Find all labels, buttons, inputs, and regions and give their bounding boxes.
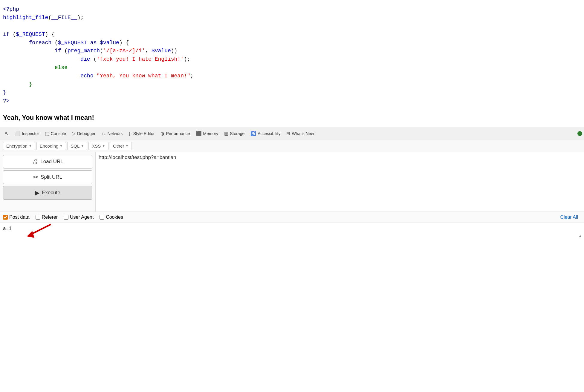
- other-dropdown[interactable]: Other ▼: [110, 142, 132, 150]
- devtools-performance-btn[interactable]: ◑ Performance: [158, 127, 193, 140]
- devtools-console-btn[interactable]: ⬚ Console: [42, 127, 69, 140]
- devtools-debugger-btn[interactable]: ▷ Debugger: [69, 127, 99, 140]
- load-url-button[interactable]: 🖨 Load URL: [3, 155, 92, 169]
- post-data-checkbox[interactable]: [3, 215, 8, 220]
- split-url-icon: ✂: [33, 174, 38, 181]
- post-data-input[interactable]: [3, 224, 581, 238]
- debugger-icon: ▷: [72, 131, 76, 136]
- cookies-option[interactable]: Cookies: [100, 215, 123, 220]
- svg-marker-1: [27, 231, 34, 238]
- devtools-whatsnew-btn[interactable]: ⊞ What's New: [283, 127, 317, 140]
- page-output: Yeah, You know what I mean!: [0, 108, 584, 127]
- styleeditor-icon: {}: [129, 131, 132, 136]
- devtools-styleeditor-btn[interactable]: {} Style Editor: [126, 127, 158, 140]
- styleeditor-label: Style Editor: [133, 131, 155, 136]
- url-input[interactable]: [99, 154, 581, 209]
- devtools-toolbar: ↖ ⬜ Inspector ⬚ Console ▷ Debugger ↑↓ Ne…: [0, 127, 584, 140]
- accessibility-label: Accessibility: [258, 131, 280, 136]
- performance-icon: ◑: [160, 131, 164, 136]
- load-url-icon: 🖨: [32, 158, 38, 165]
- accessibility-icon: ♿: [250, 131, 256, 136]
- devtools-storage-btn[interactable]: ▦ Storage: [221, 127, 247, 140]
- whatsnew-icon: ⊞: [286, 131, 290, 136]
- xss-label: XSS: [92, 143, 101, 148]
- red-arrow-icon: [21, 221, 57, 239]
- hackbar-options-row: Post data Referer User Agent Cookies Cle…: [0, 212, 584, 222]
- execute-icon: ▶: [35, 189, 39, 196]
- post-data-label: Post data: [9, 215, 30, 220]
- debugger-label: Debugger: [77, 131, 96, 136]
- devtools-status-indicator: [577, 131, 582, 136]
- sql-dropdown[interactable]: SQL ▼: [67, 142, 87, 150]
- encryption-arrow-icon: ▼: [29, 144, 32, 148]
- inspector-icon: ⬜: [15, 131, 20, 136]
- picker-icon: ↖: [5, 131, 9, 136]
- devtools-inspector-btn[interactable]: ⬜ Inspector: [12, 127, 42, 140]
- hackbar-main: 🖨 Load URL ✂ Split URL ▶ Execute: [0, 152, 584, 212]
- encryption-label: Encryption: [6, 143, 27, 148]
- other-arrow-icon: ▼: [126, 144, 129, 148]
- xss-arrow-icon: ▼: [102, 144, 105, 148]
- referer-checkbox[interactable]: [36, 215, 40, 220]
- referer-option[interactable]: Referer: [36, 215, 58, 220]
- encoding-dropdown[interactable]: Encoding ▼: [36, 142, 66, 150]
- user-agent-option[interactable]: User Agent: [64, 215, 94, 220]
- devtools-picker-btn[interactable]: ↖: [2, 127, 12, 140]
- encoding-arrow-icon: ▼: [59, 144, 63, 148]
- memory-icon: ⬛: [196, 131, 202, 136]
- console-label: Console: [51, 131, 66, 136]
- execute-button[interactable]: ▶ Execute: [3, 186, 92, 200]
- execute-label: Execute: [42, 190, 60, 196]
- memory-label: Memory: [203, 131, 218, 136]
- devtools-memory-btn[interactable]: ⬛ Memory: [193, 127, 221, 140]
- xss-dropdown[interactable]: XSS ▼: [88, 142, 108, 150]
- inspector-label: Inspector: [22, 131, 39, 136]
- load-url-label: Load URL: [40, 159, 63, 165]
- cookies-checkbox[interactable]: [100, 215, 104, 220]
- other-label: Other: [113, 143, 124, 148]
- network-label: Network: [107, 131, 123, 136]
- encoding-label: Encoding: [40, 143, 59, 148]
- hackbar-left-panel: 🖨 Load URL ✂ Split URL ▶ Execute: [0, 152, 96, 212]
- split-url-label: Split URL: [41, 174, 62, 180]
- code-display: <?php highlight_file(__FILE__); if ($_RE…: [0, 0, 584, 108]
- performance-label: Performance: [166, 131, 190, 136]
- clear-all-link[interactable]: Clear All: [560, 215, 581, 220]
- sql-label: SQL: [71, 143, 80, 148]
- svg-line-0: [30, 224, 51, 235]
- post-data-option[interactable]: Post data: [3, 215, 30, 220]
- storage-icon: ▦: [224, 131, 228, 136]
- hackbar-postdata-row: [0, 222, 584, 240]
- encryption-dropdown[interactable]: Encryption ▼: [3, 142, 35, 150]
- hackbar-toolbar: Encryption ▼ Encoding ▼ SQL ▼ XSS ▼ Othe…: [0, 140, 584, 152]
- user-agent-label: User Agent: [70, 215, 94, 220]
- console-icon: ⬚: [45, 131, 49, 136]
- devtools-accessibility-btn[interactable]: ♿ Accessibility: [247, 127, 283, 140]
- whatsnew-label: What's New: [292, 131, 314, 136]
- cookies-label: Cookies: [106, 215, 123, 220]
- network-icon: ↑↓: [101, 131, 106, 136]
- split-url-button[interactable]: ✂ Split URL: [3, 170, 92, 184]
- referer-label: Referer: [42, 215, 58, 220]
- devtools-network-btn[interactable]: ↑↓ Network: [98, 127, 126, 140]
- sql-arrow-icon: ▼: [81, 144, 84, 148]
- storage-label: Storage: [230, 131, 244, 136]
- user-agent-checkbox[interactable]: [64, 215, 68, 220]
- hackbar-right-panel: [96, 152, 584, 212]
